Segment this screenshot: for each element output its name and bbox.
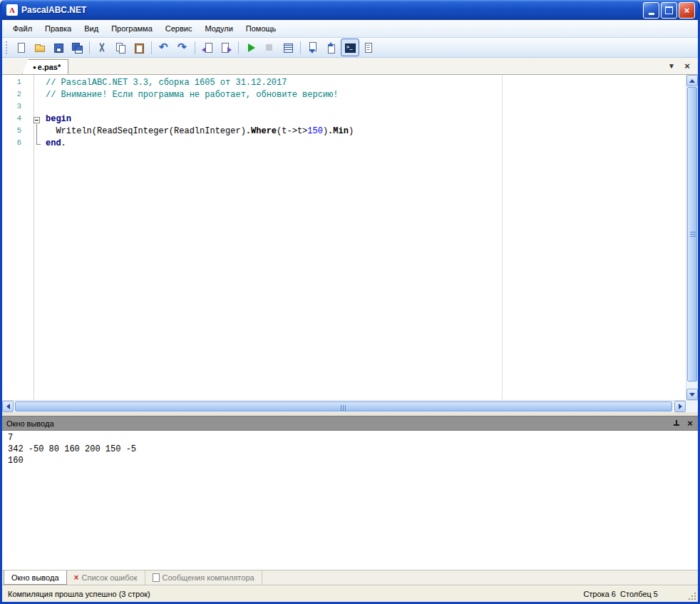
scroll-down-button[interactable]	[686, 389, 698, 400]
menu-item-2[interactable]: Вид	[78, 22, 105, 35]
show-tasks-window-button[interactable]	[322, 39, 341, 56]
show-output-window-button[interactable]	[304, 39, 322, 56]
cut-button[interactable]	[93, 39, 111, 56]
toolbar	[2, 38, 698, 58]
stop-button	[260, 39, 279, 56]
arrow-left-icon	[6, 404, 10, 409]
scroll-up-button[interactable]	[686, 75, 698, 86]
line-number: 4	[2, 114, 31, 126]
editor-lines: 1// PascalABC.NET 3.3, сборка 1605 от 31…	[2, 78, 686, 150]
page-arrow-up-icon	[326, 42, 337, 53]
pin-icon[interactable]	[672, 419, 681, 428]
close-button[interactable]: ×	[679, 2, 695, 19]
bottom-tab-label: Список ошибок	[82, 573, 138, 582]
format-code-button[interactable]	[359, 39, 378, 56]
toolbar-separator	[89, 41, 90, 54]
run-button[interactable]	[242, 39, 260, 56]
fold-margin	[31, 126, 43, 138]
editor-line: 2// Внимание! Если программа не работает…	[2, 90, 686, 102]
menu-item-4[interactable]: Сервис	[159, 22, 199, 35]
menu-item-5[interactable]: Модули	[198, 22, 239, 35]
play-icon	[245, 42, 257, 53]
horizontal-scrollbar[interactable]	[2, 400, 698, 412]
scroll-right-button[interactable]	[674, 401, 686, 412]
page-lines-icon	[363, 42, 374, 53]
menu-item-3[interactable]: Программа	[105, 22, 159, 35]
bottom-tab-1[interactable]: ×Список ошибок	[67, 570, 145, 585]
maximize-icon	[665, 6, 673, 14]
arrow-down-icon	[689, 393, 695, 396]
nav-back-button[interactable]	[198, 39, 217, 56]
menu-item-6[interactable]: Помощь	[240, 22, 283, 35]
editor-line: 3	[2, 102, 686, 114]
line-number: 1	[2, 78, 31, 90]
document-tab[interactable]: ● e.pas*	[22, 59, 68, 74]
editor-line: 1// PascalABC.NET 3.3, сборка 1605 от 31…	[2, 78, 686, 90]
status-message: Компиляция прошла успешно (3 строк)	[2, 590, 150, 598]
output-text-area: 7342 -50 80 160 200 150 -5160	[2, 430, 698, 570]
compile-button[interactable]	[279, 39, 297, 56]
grid-icon	[282, 42, 294, 53]
code-editor[interactable]: 1// PascalABC.NET 3.3, сборка 1605 от 31…	[2, 75, 698, 400]
menu-item-1[interactable]: Правка	[38, 22, 78, 35]
minimize-button[interactable]	[643, 2, 659, 19]
line-number: 2	[2, 90, 31, 102]
editor-line: 5 Writeln(ReadSeqInteger(ReadlnInteger).…	[2, 126, 686, 138]
tab-list-chevron-icon[interactable]: ▼	[666, 61, 676, 71]
bottom-tab-label: Сообщения компилятора	[163, 573, 254, 582]
folder-icon	[34, 42, 46, 53]
console-run-toggle-button[interactable]	[341, 39, 359, 56]
code-text[interactable]: // PascalABC.NET 3.3, сборка 1605 от 31.…	[43, 78, 287, 90]
collapse-minus-icon[interactable]	[34, 117, 40, 123]
copy-button[interactable]	[111, 39, 130, 56]
fold-margin	[31, 138, 43, 150]
code-text[interactable]	[43, 102, 46, 114]
fold-toggle[interactable]	[31, 114, 43, 126]
save-button[interactable]	[49, 39, 68, 56]
vertical-scroll-thumb[interactable]	[687, 87, 697, 382]
thumb-grip	[341, 405, 347, 411]
save-all-button[interactable]	[68, 39, 86, 56]
paste-button[interactable]	[130, 39, 148, 56]
scroll-left-button[interactable]	[2, 401, 14, 412]
editor-line: 6end.	[2, 138, 686, 150]
fold-margin	[31, 102, 43, 114]
toolbar-separator	[195, 41, 195, 54]
code-text[interactable]: end.	[43, 138, 66, 150]
output-panel-header[interactable]: Окно вывода ×	[2, 416, 698, 430]
undo-arrow-icon	[158, 42, 170, 53]
maximize-button[interactable]	[661, 2, 677, 19]
redo-button[interactable]	[173, 39, 192, 56]
fold-margin	[31, 90, 43, 102]
nav-forward-button[interactable]	[217, 39, 235, 56]
line-number: 6	[2, 138, 31, 150]
vertical-scrollbar[interactable]	[686, 75, 698, 400]
title-bar[interactable]: A PascalABC.NET ×	[2, 0, 698, 20]
resize-grip[interactable]	[686, 590, 696, 600]
page-arrow-down-icon	[307, 42, 319, 53]
code-text[interactable]: Writeln(ReadSeqInteger(ReadlnInteger).Wh…	[43, 126, 354, 138]
toolbar-separator	[151, 41, 152, 54]
open-file-button[interactable]	[31, 39, 49, 56]
line-number: 5	[2, 126, 31, 138]
output-line: 160	[8, 455, 698, 466]
undo-button[interactable]	[155, 39, 173, 56]
scissors-icon	[96, 42, 108, 53]
code-text[interactable]: // Внимание! Если программа не работает,…	[43, 90, 338, 102]
tab-close-icon[interactable]: ×	[682, 61, 692, 71]
bottom-tab-2[interactable]: Сообщения компилятора	[145, 570, 262, 585]
stop-icon	[264, 42, 275, 53]
line-number: 3	[2, 102, 31, 114]
page-icon	[16, 42, 27, 53]
horizontal-scroll-thumb[interactable]	[15, 401, 672, 411]
bottom-tab-0[interactable]: Окно вывода	[4, 570, 67, 585]
window-title: PascalABC.NET	[21, 5, 642, 15]
new-file-button[interactable]	[12, 39, 31, 56]
tab-controls: ▼ ×	[666, 61, 692, 71]
bottom-tab-label: Окно вывода	[11, 573, 59, 582]
menu-item-0[interactable]: Файл	[6, 22, 38, 35]
menu-bar: ФайлПравкаВидПрограммаСервисМодулиПомощь	[2, 20, 698, 38]
toolbar-separator	[300, 41, 301, 54]
code-text[interactable]: begin	[43, 114, 71, 126]
output-close-icon[interactable]: ×	[685, 419, 695, 429]
